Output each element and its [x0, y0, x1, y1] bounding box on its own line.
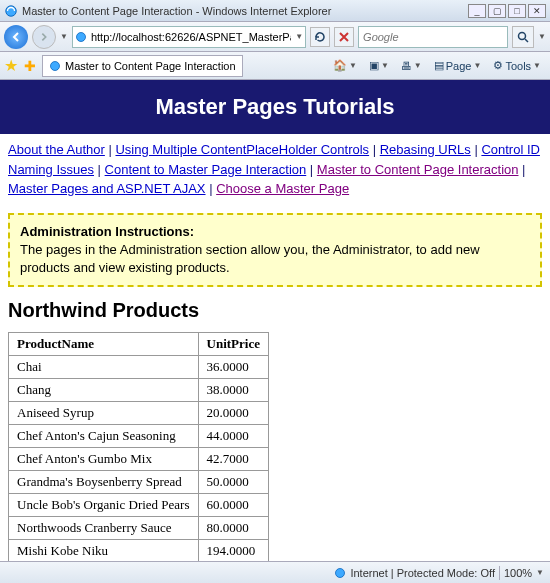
link-masterpages-ajax[interactable]: Master Pages and ASP.NET AJAX: [8, 181, 206, 196]
link-rebasing[interactable]: Rebasing URLs: [380, 142, 471, 157]
svg-point-5: [336, 568, 345, 577]
cell-unit-price: 80.0000: [198, 517, 268, 540]
forward-button[interactable]: [32, 25, 56, 49]
cell-product-name: Uncle Bob's Organic Dried Pears: [9, 494, 199, 517]
address-input[interactable]: [87, 31, 295, 43]
address-dropdown-icon[interactable]: ▼: [295, 32, 303, 41]
link-content-to-master[interactable]: Content to Master Page Interaction: [105, 162, 307, 177]
search-input[interactable]: [359, 31, 507, 43]
cell-product-name: Aniseed Syrup: [9, 402, 199, 425]
admin-instructions-box: Administration Instructions: The pages i…: [8, 213, 542, 288]
print-icon: 🖶: [401, 60, 412, 72]
stop-icon: [339, 32, 349, 42]
tools-menu-button[interactable]: ⚙ Tools ▼: [488, 56, 546, 75]
cell-unit-price: 42.7000: [198, 448, 268, 471]
table-row: Chef Anton's Gumbo Mix42.7000: [9, 448, 269, 471]
tab-label: Master to Content Page Interaction: [65, 60, 236, 72]
col-unit-price: UnitPrice: [198, 333, 268, 356]
admin-instructions-title: Administration Instructions:: [20, 223, 530, 241]
security-zone-label: Internet | Protected Mode: Off: [350, 567, 495, 579]
ie-icon: [4, 4, 18, 18]
cell-product-name: Chef Anton's Gumbo Mix: [9, 448, 199, 471]
status-bar: Internet | Protected Mode: Off 100% ▼: [0, 561, 550, 583]
cell-product-name: Grandma's Boysenberry Spread: [9, 471, 199, 494]
cell-unit-price: 60.0000: [198, 494, 268, 517]
table-row: Chai36.0000: [9, 356, 269, 379]
feeds-button[interactable]: ▣▼: [364, 56, 394, 75]
link-master-to-content[interactable]: Master to Content Page Interaction: [317, 162, 519, 177]
link-multiple-cph[interactable]: Using Multiple ContentPlaceHolder Contro…: [115, 142, 369, 157]
refresh-icon: [314, 31, 326, 43]
cell-unit-price: 38.0000: [198, 379, 268, 402]
page-menu-label: Page: [446, 60, 472, 72]
search-icon: [517, 31, 529, 43]
search-dropdown-icon[interactable]: ▼: [538, 32, 546, 41]
gear-icon: ⚙: [493, 59, 503, 72]
cell-product-name: Chai: [9, 356, 199, 379]
cell-product-name: Northwoods Cranberry Sauce: [9, 517, 199, 540]
home-icon: 🏠: [333, 59, 347, 72]
nav-links: About the Author | Using Multiple Conten…: [0, 134, 550, 207]
table-row: Chef Anton's Cajun Seasoning44.0000: [9, 425, 269, 448]
search-button[interactable]: [512, 26, 534, 48]
page-icon: [75, 31, 87, 43]
cell-product-name: Mishi Kobe Niku: [9, 540, 199, 561]
arrow-right-icon: [39, 32, 49, 42]
cell-unit-price: 50.0000: [198, 471, 268, 494]
svg-point-4: [51, 61, 60, 70]
close-button[interactable]: ✕: [528, 4, 546, 18]
link-about[interactable]: About the Author: [8, 142, 105, 157]
svg-point-2: [519, 32, 526, 39]
products-table: ProductName UnitPrice Chai36.0000Chang38…: [8, 332, 269, 561]
window-title: Master to Content Page Interaction - Win…: [22, 5, 468, 17]
page-banner: Master Pages Tutorials: [0, 80, 550, 134]
tab-bar: ★ ✚ Master to Content Page Interaction 🏠…: [0, 52, 550, 80]
page-menu-button[interactable]: ▤ Page ▼: [429, 56, 487, 75]
page-content: Master Pages Tutorials About the Author …: [0, 80, 550, 561]
home-button[interactable]: 🏠▼: [328, 56, 362, 75]
refresh-button[interactable]: [310, 27, 330, 47]
admin-instructions-body: The pages in the Administration section …: [20, 241, 530, 277]
table-row: Aniseed Syrup20.0000: [9, 402, 269, 425]
table-row: Uncle Bob's Organic Dried Pears60.0000: [9, 494, 269, 517]
favorites-star-icon[interactable]: ★: [4, 56, 18, 75]
stop-button[interactable]: [334, 27, 354, 47]
cell-unit-price: 194.0000: [198, 540, 268, 561]
section-heading: Northwind Products: [8, 299, 542, 322]
page-title: Master Pages Tutorials: [0, 94, 550, 120]
tab-page-icon: [49, 60, 61, 72]
restore-button[interactable]: ▢: [488, 4, 506, 18]
back-button[interactable]: [4, 25, 28, 49]
svg-line-3: [525, 39, 528, 42]
arrow-left-icon: [10, 31, 22, 43]
browser-tab[interactable]: Master to Content Page Interaction: [42, 55, 243, 77]
table-row: Northwoods Cranberry Sauce80.0000: [9, 517, 269, 540]
cell-product-name: Chang: [9, 379, 199, 402]
navigation-bar: ▼ ▼ ▼: [0, 22, 550, 52]
add-favorite-icon[interactable]: ✚: [24, 58, 36, 74]
link-choose-master[interactable]: Choose a Master Page: [216, 181, 349, 196]
zoom-dropdown-icon[interactable]: ▼: [536, 568, 544, 577]
cell-unit-price: 20.0000: [198, 402, 268, 425]
table-row: Mishi Kobe Niku194.0000: [9, 540, 269, 561]
print-button[interactable]: 🖶▼: [396, 57, 427, 75]
recent-dropdown-icon[interactable]: ▼: [60, 32, 68, 41]
cell-unit-price: 44.0000: [198, 425, 268, 448]
window-titlebar: Master to Content Page Interaction - Win…: [0, 0, 550, 22]
globe-icon: [334, 567, 346, 579]
cell-unit-price: 36.0000: [198, 356, 268, 379]
page-icon: ▤: [434, 59, 444, 72]
table-row: Chang38.0000: [9, 379, 269, 402]
search-box[interactable]: [358, 26, 508, 48]
maximize-button[interactable]: □: [508, 4, 526, 18]
address-bar[interactable]: ▼: [72, 26, 306, 48]
minimize-button[interactable]: _: [468, 4, 486, 18]
tools-menu-label: Tools: [505, 60, 531, 72]
rss-icon: ▣: [369, 59, 379, 72]
svg-point-1: [76, 32, 85, 41]
table-row: Grandma's Boysenberry Spread50.0000: [9, 471, 269, 494]
zoom-level[interactable]: 100%: [504, 567, 532, 579]
col-product-name: ProductName: [9, 333, 199, 356]
cell-product-name: Chef Anton's Cajun Seasoning: [9, 425, 199, 448]
